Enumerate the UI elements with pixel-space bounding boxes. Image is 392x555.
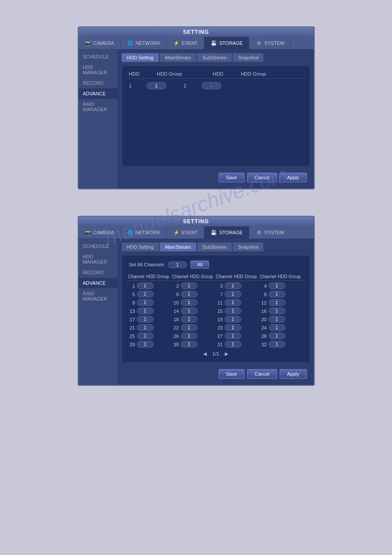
ch-select-22[interactable]: 123 <box>181 324 198 331</box>
ch-select-26[interactable]: 123 <box>181 333 198 339</box>
tab2-snapshot[interactable]: Snapshot <box>233 243 263 251</box>
all-button[interactable]: All <box>191 261 209 268</box>
ch-select-19[interactable]: 123 <box>225 316 241 323</box>
ch-select-5[interactable]: 123 <box>137 291 154 297</box>
ch-num-7: 7 <box>216 292 223 297</box>
ch-select-24[interactable]: 123 <box>269 324 285 331</box>
ch-select-8[interactable]: 123 <box>269 291 285 297</box>
set-all-label: Set All Channels <box>129 262 165 267</box>
sidebar2-advance[interactable]: ADVANCE <box>79 278 118 288</box>
system2-icon: ⚙ <box>255 229 263 236</box>
ch-select-2[interactable]: 123 <box>181 283 198 289</box>
nav-camera[interactable]: 📷 CAMERA <box>79 37 121 49</box>
nav2-event[interactable]: ⚡ EVENT <box>167 226 205 239</box>
ch-select-16[interactable]: 123 <box>269 308 285 314</box>
ch-select-4[interactable]: 123 <box>269 283 285 289</box>
channel-entry-4: 4123 <box>260 283 304 289</box>
tab-snapshot[interactable]: Snapshot <box>233 53 263 62</box>
ch-select-3[interactable]: 123 <box>225 283 241 289</box>
ch-select-9[interactable]: 123 <box>137 299 154 306</box>
channel-entry-24: 24123 <box>260 324 304 331</box>
sidebar2-schedule[interactable]: SCHEDULE <box>79 241 118 251</box>
tab2-hdd-setting[interactable]: HDD Setting <box>122 243 159 251</box>
ch-num-14: 14 <box>172 308 179 314</box>
sidebar-schedule[interactable]: SCHEDULE <box>79 51 118 62</box>
channel-entry-6: 6123 <box>172 291 216 297</box>
ch-select-11[interactable]: 123 <box>225 299 241 306</box>
ch-select-30[interactable]: 123 <box>181 341 198 348</box>
tab-substream[interactable]: SubStream <box>197 53 232 62</box>
tab-mainstream[interactable]: MainStream <box>160 53 196 62</box>
ch-num-21: 21 <box>128 325 135 330</box>
sidebar-hdd-manager[interactable]: HDD MANAGER <box>79 62 118 78</box>
nav2-system[interactable]: ⚙ SYSTEM <box>249 226 291 239</box>
channel-data-row: 1123212331234123 <box>126 282 306 290</box>
apply-button-1[interactable]: Apply <box>280 173 307 182</box>
ch-select-21[interactable]: 123 <box>137 324 154 331</box>
tab2-substream[interactable]: SubStream <box>197 243 232 251</box>
nav-network[interactable]: 🌐 NETWORK <box>121 37 167 49</box>
sidebar-record[interactable]: RECORD <box>79 78 118 88</box>
system-icon: ⚙ <box>255 40 263 47</box>
set-all-select[interactable]: 12 <box>168 261 187 268</box>
ch-select-17[interactable]: 123 <box>137 316 154 323</box>
ch-select-14[interactable]: 123 <box>181 308 198 314</box>
sidebar2-record[interactable]: RECORD <box>79 267 118 278</box>
hdd2-num: 2 <box>184 83 193 88</box>
apply-button-2[interactable]: Apply <box>280 369 307 379</box>
prev-page-button[interactable]: ◄ <box>202 350 208 357</box>
panel-2-title: SETTING <box>79 217 314 226</box>
nav2-camera[interactable]: 📷 CAMERA <box>79 226 121 239</box>
ch-header-3: ChannelHDD Group <box>216 274 260 279</box>
hdd-col1-header: HDD <box>129 71 140 76</box>
set-all-row: Set All Channels 12 All <box>126 259 306 270</box>
nav-event[interactable]: ⚡ EVENT <box>167 37 205 49</box>
sidebar2-hdd-manager[interactable]: HDD MANAGER <box>79 251 118 267</box>
ch-num-3: 3 <box>216 283 223 289</box>
hdd2-group-select[interactable]: -12 <box>201 82 221 89</box>
ch-select-7[interactable]: 123 <box>225 291 241 297</box>
ch-select-6[interactable]: 123 <box>181 291 198 297</box>
ch-select-13[interactable]: 123 <box>137 308 154 314</box>
ch-select-10[interactable]: 123 <box>181 299 198 306</box>
cancel-button-1[interactable]: Cancel <box>247 173 277 182</box>
cancel-button-2[interactable]: Cancel <box>247 369 277 379</box>
tab2-mainstream[interactable]: MainStream <box>160 243 196 251</box>
ch-select-28[interactable]: 123 <box>269 333 285 339</box>
ch-select-31[interactable]: 123 <box>225 341 241 348</box>
panel-2-tab-content: Set All Channels 12 All ChannelHDD Group… <box>122 255 310 363</box>
pagination-row: ◄ 1/1 ► <box>126 348 306 359</box>
channel-entry-27: 27123 <box>216 333 260 339</box>
channel-entry-11: 11123 <box>216 299 260 306</box>
ch-num-27: 27 <box>216 334 223 339</box>
sidebar-advance[interactable]: ADVANCE <box>79 88 118 99</box>
ch-select-25[interactable]: 123 <box>137 333 154 339</box>
ch-select-23[interactable]: 123 <box>225 324 241 331</box>
tab-hdd-setting[interactable]: HDD Setting <box>122 53 159 62</box>
next-page-button[interactable]: ► <box>223 350 230 357</box>
nav-storage[interactable]: 💾 STORAGE <box>204 37 249 49</box>
ch-select-15[interactable]: 123 <box>225 308 241 314</box>
ch-num-25: 25 <box>128 334 135 339</box>
ch-select-1[interactable]: 123 <box>137 283 154 289</box>
ch-select-18[interactable]: 123 <box>181 316 198 323</box>
ch-select-29[interactable]: 123 <box>137 341 154 348</box>
ch-select-27[interactable]: 123 <box>225 333 241 339</box>
nav2-network[interactable]: 🌐 NETWORK <box>121 226 167 239</box>
channel-entry-32: 32123 <box>260 341 304 348</box>
ch-num-19: 19 <box>216 317 223 322</box>
camera-icon: 📷 <box>85 40 92 47</box>
save-button-1[interactable]: Save <box>219 173 245 182</box>
nav-system[interactable]: ⚙ SYSTEM <box>249 37 291 49</box>
ch-select-12[interactable]: 123 <box>269 299 285 306</box>
sidebar-raid-manager[interactable]: RAID MANAGER <box>79 99 118 115</box>
panel-1-nav: 📷 CAMERA 🌐 NETWORK ⚡ EVENT 💾 STORAGE ⚙ S… <box>79 37 314 50</box>
panel-1-tab-content: HDD HDD Group HDD HDD Group 1 123 2 <box>122 65 310 167</box>
ch-select-20[interactable]: 123 <box>269 316 285 323</box>
hdd1-group-select[interactable]: 123 <box>147 82 166 89</box>
save-button-2[interactable]: Save <box>219 369 245 379</box>
sidebar2-raid-manager[interactable]: RAID MANAGER <box>79 288 118 304</box>
ch-select-32[interactable]: 123 <box>269 341 285 348</box>
nav2-storage[interactable]: 💾 STORAGE <box>204 226 249 239</box>
ch-num-29: 29 <box>128 342 135 347</box>
